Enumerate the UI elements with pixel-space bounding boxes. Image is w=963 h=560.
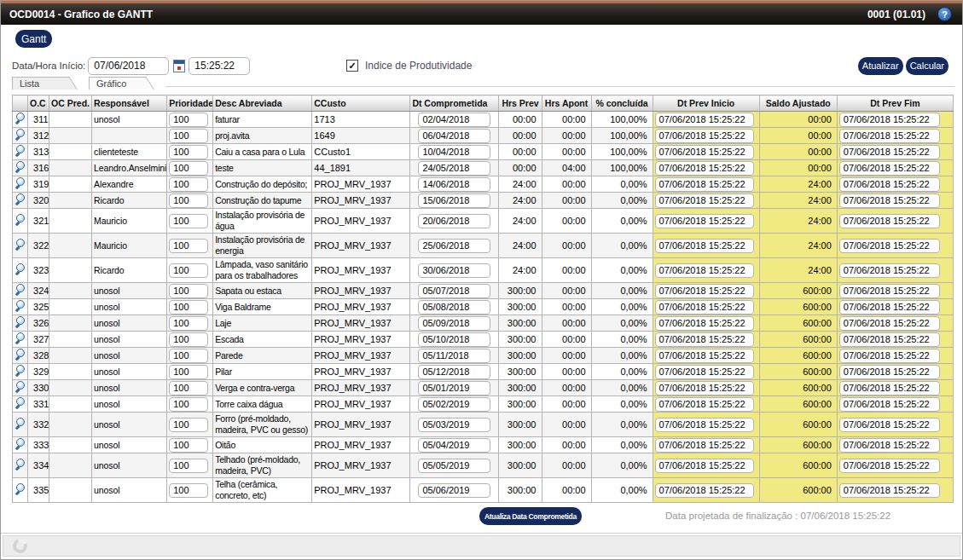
dt-prev-fim-input[interactable]: 07/06/2018 15:25:22: [839, 193, 940, 208]
dt-prev-inicio-input[interactable]: 07/06/2018 15:25:22: [655, 332, 754, 347]
magnifier-icon[interactable]: [15, 397, 26, 409]
magnifier-icon[interactable]: [15, 316, 26, 328]
prioridade-input[interactable]: 100: [169, 177, 208, 192]
dt-prev-inicio-input[interactable]: 07/06/2018 15:25:22: [655, 263, 754, 278]
magnifier-icon[interactable]: [15, 263, 26, 275]
prioridade-input[interactable]: 100: [169, 284, 208, 298]
dt-comprometida-input[interactable]: 05/12/2018: [418, 365, 490, 379]
prioridade-input[interactable]: 100: [169, 349, 208, 363]
dt-comprometida-input[interactable]: 10/04/2018: [418, 145, 490, 159]
magnifier-icon[interactable]: [15, 438, 26, 450]
dt-prev-fim-input[interactable]: 07/06/2018 15:25:22: [839, 129, 940, 143]
magnifier-icon[interactable]: [15, 239, 26, 251]
dt-comprometida-input[interactable]: 05/10/2018: [418, 332, 490, 347]
dt-prev-inicio-input[interactable]: 07/06/2018 15:25:22: [655, 365, 754, 379]
dt-prev-inicio-input[interactable]: 07/06/2018 15:25:22: [655, 177, 754, 192]
dt-prev-inicio-input[interactable]: 07/06/2018 15:25:22: [655, 145, 754, 159]
dt-prev-inicio-input[interactable]: 07/06/2018 15:25:22: [655, 381, 754, 395]
start-time-input[interactable]: 15:25:22: [189, 57, 250, 75]
magnifier-icon[interactable]: [15, 300, 26, 312]
prioridade-input[interactable]: 100: [169, 483, 208, 498]
dt-prev-inicio-input[interactable]: 07/06/2018 15:25:22: [655, 397, 754, 412]
dt-comprometida-input[interactable]: 05/04/2019: [418, 438, 490, 453]
prioridade-input[interactable]: 100: [169, 459, 208, 473]
atualiza-data-button[interactable]: Atualiza Data Comprometida: [479, 507, 582, 525]
dt-prev-fim-input[interactable]: 07/06/2018 15:25:22: [839, 239, 940, 253]
dt-comprometida-input[interactable]: 05/01/2019: [418, 381, 490, 395]
magnifier-icon[interactable]: [15, 214, 26, 226]
dt-prev-fim-input[interactable]: 07/06/2018 15:25:22: [839, 316, 940, 331]
help-icon[interactable]: ?: [937, 7, 952, 21]
prioridade-input[interactable]: 100: [169, 332, 208, 347]
dt-prev-inicio-input[interactable]: 07/06/2018 15:25:22: [655, 300, 754, 315]
dt-comprometida-input[interactable]: 05/02/2019: [418, 397, 490, 412]
calcular-button[interactable]: Calcular: [906, 57, 948, 75]
dt-prev-inicio-input[interactable]: 07/06/2018 15:25:22: [655, 214, 754, 228]
dt-comprometida-input[interactable]: 25/06/2018: [418, 239, 490, 253]
dt-prev-inicio-input[interactable]: 07/06/2018 15:25:22: [655, 284, 754, 298]
dt-prev-fim-input[interactable]: 07/06/2018 15:25:22: [839, 300, 940, 315]
prioridade-input[interactable]: 100: [169, 145, 208, 159]
start-date-input[interactable]: 07/06/2018: [88, 57, 169, 75]
dt-prev-fim-input[interactable]: 07/06/2018 15:25:22: [839, 349, 940, 363]
magnifier-icon[interactable]: [15, 193, 26, 205]
dt-comprometida-input[interactable]: 05/06/2019: [418, 483, 490, 498]
prioridade-input[interactable]: 100: [169, 300, 208, 315]
magnifier-icon[interactable]: [15, 381, 26, 393]
magnifier-icon[interactable]: [15, 332, 26, 344]
dt-prev-inicio-input[interactable]: 07/06/2018 15:25:22: [655, 483, 754, 498]
dt-prev-inicio-input[interactable]: 07/06/2018 15:25:22: [655, 418, 754, 432]
magnifier-icon[interactable]: [15, 129, 26, 141]
prioridade-input[interactable]: 100: [169, 214, 208, 228]
dt-comprometida-input[interactable]: 05/07/2018: [418, 284, 490, 298]
dt-prev-fim-input[interactable]: 07/06/2018 15:25:22: [839, 145, 940, 159]
dt-comprometida-input[interactable]: 02/04/2018: [418, 113, 490, 127]
prioridade-input[interactable]: 100: [169, 365, 208, 379]
gantt-button[interactable]: Gantt: [15, 30, 52, 48]
dt-prev-fim-input[interactable]: 07/06/2018 15:25:22: [839, 113, 940, 127]
dt-prev-fim-input[interactable]: 07/06/2018 15:25:22: [839, 284, 940, 298]
dt-comprometida-input[interactable]: 30/06/2018: [418, 263, 490, 278]
prioridade-input[interactable]: 100: [169, 239, 208, 253]
prioridade-input[interactable]: 100: [169, 316, 208, 331]
dt-comprometida-input[interactable]: 05/09/2018: [418, 316, 490, 331]
magnifier-icon[interactable]: [15, 349, 26, 361]
dt-prev-inicio-input[interactable]: 07/06/2018 15:25:22: [655, 113, 754, 127]
prioridade-input[interactable]: 100: [169, 381, 208, 395]
dt-prev-fim-input[interactable]: 07/06/2018 15:25:22: [839, 483, 940, 498]
magnifier-icon[interactable]: [15, 145, 26, 157]
prioridade-input[interactable]: 100: [169, 438, 208, 453]
dt-prev-inicio-input[interactable]: 07/06/2018 15:25:22: [655, 161, 754, 176]
dt-prev-inicio-input[interactable]: 07/06/2018 15:25:22: [655, 438, 754, 453]
prioridade-input[interactable]: 100: [169, 263, 208, 278]
productivity-checkbox[interactable]: ✓: [346, 60, 358, 72]
dt-comprometida-input[interactable]: 15/06/2018: [418, 193, 490, 208]
tab-lista[interactable]: Lista: [12, 77, 67, 89]
dt-comprometida-input[interactable]: 05/03/2019: [418, 418, 490, 432]
magnifier-icon[interactable]: [15, 418, 26, 430]
dt-prev-inicio-input[interactable]: 07/06/2018 15:25:22: [655, 459, 754, 473]
atualizar-button[interactable]: Atualizar: [858, 57, 903, 75]
dt-prev-fim-input[interactable]: 07/06/2018 15:25:22: [839, 381, 940, 395]
magnifier-icon[interactable]: [15, 284, 26, 296]
dt-prev-inicio-input[interactable]: 07/06/2018 15:25:22: [655, 239, 754, 253]
prioridade-input[interactable]: 100: [169, 418, 208, 432]
dt-prev-fim-input[interactable]: 07/06/2018 15:25:22: [839, 214, 940, 228]
prioridade-input[interactable]: 100: [169, 129, 208, 143]
dt-prev-fim-input[interactable]: 07/06/2018 15:25:22: [839, 438, 940, 453]
dt-prev-inicio-input[interactable]: 07/06/2018 15:25:22: [655, 193, 754, 208]
calendar-icon[interactable]: [173, 60, 185, 72]
dt-comprometida-input[interactable]: 06/04/2018: [418, 129, 490, 143]
dt-prev-fim-input[interactable]: 07/06/2018 15:25:22: [839, 397, 940, 412]
dt-prev-inicio-input[interactable]: 07/06/2018 15:25:22: [655, 129, 754, 143]
magnifier-icon[interactable]: [15, 177, 26, 189]
magnifier-icon[interactable]: [15, 483, 26, 495]
dt-prev-fim-input[interactable]: 07/06/2018 15:25:22: [839, 332, 940, 347]
dt-comprometida-input[interactable]: 05/08/2018: [418, 300, 490, 315]
dt-prev-fim-input[interactable]: 07/06/2018 15:25:22: [839, 161, 940, 176]
prioridade-input[interactable]: 100: [169, 113, 208, 127]
dt-prev-fim-input[interactable]: 07/06/2018 15:25:22: [839, 177, 940, 192]
dt-prev-fim-input[interactable]: 07/06/2018 15:25:22: [839, 418, 940, 432]
dt-comprometida-input[interactable]: 05/11/2018: [418, 349, 490, 363]
prioridade-input[interactable]: 100: [169, 161, 208, 176]
